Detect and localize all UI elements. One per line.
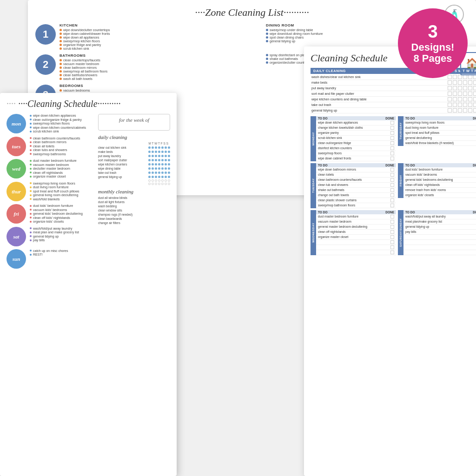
cs-day-row-fri: fri dust kids' bedroom furniture vacuum … <box>7 204 94 224</box>
bs-task-row: general tidying up <box>311 108 476 113</box>
monthly-task: dust all window blinds <box>98 196 170 199</box>
daily-task-row: wipe dining table <box>98 167 170 170</box>
bs-day-task: clean toilets <box>316 172 396 178</box>
zone-item: sweep/mop all bathroom floors <box>60 70 262 73</box>
bs-day-task <box>316 240 396 245</box>
zone-bathrooms-title: BATHROOMS <box>60 53 262 58</box>
cs-day-row-wed: wed dust master bedroom furniture vacuum… <box>7 159 94 179</box>
bs-task-row: wipe kitchen counters and dining table <box>311 97 476 102</box>
cs-day-row-thur: thur sweep/mop living room floors dust l… <box>7 182 94 202</box>
bs-day-task <box>403 240 476 245</box>
bs-day-task: wash/fold/put away all laundry <box>403 214 476 219</box>
bs-task-row: make beds <box>311 80 476 86</box>
bs-day-task: vacuum kids' bedrooms <box>403 172 476 178</box>
bs-day-task: organize pantry <box>316 131 396 136</box>
daily-header-row: M T W T F S S <box>98 142 170 145</box>
zone-kitchen-title: KITCHEN <box>60 23 262 27</box>
daily-task-row: sort mail/paper clutter <box>98 159 170 162</box>
to-do-header: TO DODONE <box>403 210 476 214</box>
monday-label: MONDAY <box>311 116 316 161</box>
bs-day-task <box>403 245 476 250</box>
cs-left-days: mon wipe down kitchen appliances clean o… <box>7 114 94 271</box>
daily-task-row: clear out kitchen sink <box>98 146 170 149</box>
badge: 3 Designs! 8 Pages <box>398 8 468 78</box>
zone-item: vacuum bedrooms <box>60 89 262 92</box>
blue-schedule-doc: Cleaning Schedule 🏠 DAILY CLEANING S M T… <box>304 46 476 476</box>
thursday-label: THURSDAY <box>398 116 403 146</box>
zone-item: sweep/mop kitchen floors <box>60 40 262 43</box>
to-do-header: TO DODONE <box>316 210 396 214</box>
bs-task-row: sort mail and file paper clutter <box>311 91 476 97</box>
bs-day-task: dust living room furniture <box>403 126 476 131</box>
badge-line3: 8 Pages <box>413 53 452 64</box>
bs-day-task: vacuum master bedroom <box>316 219 396 225</box>
bs-day-task: wash/fold throw blankets (if needed) <box>403 141 476 146</box>
bs-day-task: sweep/mop bathroom floors <box>316 203 396 208</box>
daily-task-row: put away laundry <box>98 154 170 158</box>
to-do-header: TO DODONE <box>403 163 476 167</box>
cs-day-row-mon: mon wipe down kitchen appliances clean o… <box>7 114 94 134</box>
zone-item: scrub kitchen sink <box>60 47 262 50</box>
fri-badge: fri <box>7 204 26 224</box>
zone-item: wash all bath towels <box>60 77 262 80</box>
to-do-header: TO DODONE <box>316 116 396 120</box>
cs-day-row-tues: tues clean bathroom counters/faucets cle… <box>7 137 94 157</box>
zone-number-2: 2 <box>35 54 56 75</box>
monthly-task: clean baseboards <box>98 217 170 220</box>
bs-day-task <box>403 250 476 255</box>
cs-title: ····Cleaning Schedule·········· <box>7 99 170 109</box>
bs-day-task: wipe down kitchen appliances <box>316 120 396 126</box>
monthly-task: wash bedding <box>98 205 170 208</box>
zone-bedrooms-title: BEDROOMS <box>60 84 262 88</box>
color-schedule-doc: ····Cleaning Schedule·········· mon wipe… <box>0 93 177 476</box>
daily-task-row-blank <box>98 179 170 182</box>
bs-day-task: dust kids' bedroom furniture <box>403 167 476 172</box>
sat-badge: sat <box>7 227 26 246</box>
bs-day-task: general decluttering <box>403 136 476 141</box>
zone-item: organize fridge and pantry <box>60 43 262 46</box>
bs-day-task: organize kids' closets <box>403 193 476 198</box>
wed-badge: wed <box>7 159 26 178</box>
monthly-task: change air filters <box>98 221 170 225</box>
bs-day-task: general tidying up <box>403 225 476 230</box>
bs-day-task: clean off kids' nightstands <box>403 183 476 188</box>
bs-day-task: scrub kitchen sink <box>316 136 396 141</box>
bs-daily-section: DAILY CLEANING S M T W T F S wash dishes… <box>311 68 476 113</box>
zone-item: wipe down/declutter countertops <box>60 28 262 32</box>
monthly-task: dust all light fixtures <box>98 200 170 204</box>
bs-day-task: meal plan/make grocery list <box>403 219 476 225</box>
zone-item: vacuum master bedroom <box>60 62 262 66</box>
daily-cleaning-title: daily cleaning <box>98 134 170 140</box>
daily-task-row-blank <box>98 183 170 185</box>
wed-sat-section: WEDNESDAY TO DODONE dust master bedroom … <box>311 210 476 255</box>
bs-task-row: wash dishes/clear out kitchen sink <box>311 74 476 80</box>
bs-day-task: change out bath towels <box>316 193 396 198</box>
mon-thu-section: MONDAY TO DODONE wipe down kitchen appli… <box>311 116 476 161</box>
daily-task-row: make beds <box>98 150 170 153</box>
mon-badge: mon <box>7 114 26 133</box>
bs-day-task: sweep/mop living room floors <box>403 120 476 126</box>
bs-day-task: shake out bathmats <box>316 188 396 193</box>
cs-day-row-sat: sat wash/fold/put away laundry meal plan… <box>7 227 94 246</box>
to-do-header: TO DODONE <box>316 163 396 167</box>
bs-day-task: spot treat and fluff pillows <box>403 131 476 136</box>
cs-right-panel: for the week of daily cleaning M T W T F… <box>98 114 170 271</box>
bs-day-task: clean bathroom counters/faucets <box>316 178 396 183</box>
bs-day-task: sweep/mop floors <box>316 151 396 156</box>
bs-day-task: wipe down bathroom mirrors <box>316 167 396 172</box>
main-container: 3 Designs! 8 Pages ····Zone Cleaning Lis… <box>0 0 476 476</box>
bs-day-task <box>316 245 396 250</box>
bs-day-task: clean plastic shower curtains <box>316 198 396 203</box>
daily-task-row: take out trash <box>98 171 170 174</box>
sun-badge: sun <box>7 249 26 269</box>
monthly-task: shampoo rugs (if needed) <box>98 213 170 216</box>
cs-day-row-sun: sun catch up on misc chores REST! <box>7 249 94 269</box>
daily-task-row: general tidying up <box>98 175 170 178</box>
wednesday-label: WEDNESDAY <box>311 210 316 255</box>
bs-day-task: general master bedroom decluttering <box>316 225 396 230</box>
tuesday-label: TUESDAY <box>311 163 316 208</box>
bs-day-task: clean off nightstands <box>316 230 396 235</box>
daily-task-row: wipe kitchen counters <box>98 163 170 166</box>
thur-badge: thur <box>7 182 26 201</box>
bs-day-task: clean out/organize fridge <box>316 141 396 146</box>
